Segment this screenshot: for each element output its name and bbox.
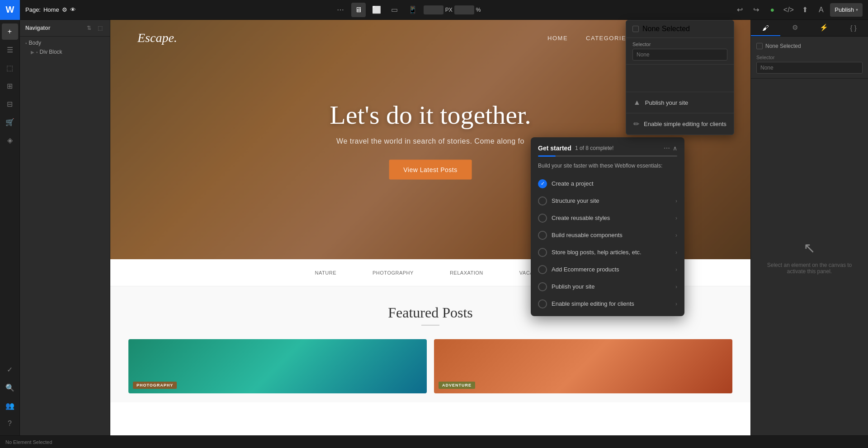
category-photography[interactable]: Photography [373, 270, 414, 275]
post-card-2[interactable]: ADVENTURE [434, 339, 732, 393]
page-name: Home [43, 6, 59, 13]
gs-description: Build your site faster with these Webflo… [531, 162, 684, 175]
hero-button[interactable]: View Latest Posts [389, 160, 472, 180]
sidebar-icon-search[interactable]: 🔍 [2, 379, 18, 396]
gs-item-4-arrow-icon: › [675, 249, 677, 256]
gs-title: Get started [538, 145, 571, 152]
seo-button[interactable]: A [814, 3, 828, 17]
category-relaxation[interactable]: Relaxation [450, 270, 483, 275]
element-checkbox[interactable] [756, 43, 763, 49]
publish-site-icon: ▲ [633, 98, 641, 107]
page-selector[interactable]: Page: Home ⚙ 👁 [20, 6, 81, 13]
post-card-1[interactable]: PHOTOGRAPHY [128, 339, 427, 393]
gs-collapse-button[interactable]: ∧ [673, 145, 677, 152]
share-button[interactable]: ⬆ [797, 3, 812, 17]
navigator-panel: Navigator ⇅ ⬚ ▪ Body ▶ ▪ Div Block [20, 20, 110, 435]
zoom-input[interactable]: 100 [454, 5, 474, 14]
publish-arrow-icon: ▾ [856, 7, 858, 12]
more-options-button[interactable]: ⋯ [333, 3, 348, 17]
gs-header: Get started 1 of 8 complete! ⋯ ∧ [531, 137, 684, 155]
gs-more-button[interactable]: ⋯ [664, 145, 670, 152]
tab-settings[interactable]: ⚙ [780, 20, 810, 36]
right-panel-tabs: 🖌 ⚙ ⚡ { } [751, 20, 868, 37]
tablet-landscape-device-button[interactable]: ⬜ [369, 3, 384, 17]
enable-editing-item[interactable]: ✏ Enable simple editing for clients [626, 113, 734, 135]
gs-item-7-arrow-icon: › [675, 301, 677, 307]
mobile-device-button[interactable]: 📱 [406, 3, 420, 17]
sidebar-icon-help[interactable]: ? [2, 415, 18, 432]
none-selected-checkbox[interactable] [632, 26, 639, 32]
post-badge-2: ADVENTURE [439, 382, 475, 389]
tablet-device-button[interactable]: ▭ [387, 3, 402, 17]
none-selected-label: None Selected [642, 25, 690, 33]
sidebar-icon-add[interactable]: + [2, 23, 18, 40]
nav-item-div-block[interactable]: ▶ ▪ Div Block [20, 47, 110, 56]
get-started-panel: Get started 1 of 8 complete! ⋯ ∧ Build y… [531, 137, 684, 316]
div-block-expand-icon: ▶ [31, 50, 34, 55]
gs-progress-label: 1 of 8 complete! [575, 145, 613, 151]
gs-item-6[interactable]: Publish your site › [531, 278, 684, 295]
gs-item-3[interactable]: Build reusable components › [531, 227, 684, 244]
sidebar-icon-cms[interactable]: ⊞ [2, 78, 18, 94]
gs-item-5-circle [538, 265, 547, 274]
gs-item-4[interactable]: Store blog posts, help articles, etc. › [531, 244, 684, 261]
selector-input-right[interactable] [756, 62, 863, 74]
tab-custom-code[interactable]: { } [839, 20, 868, 36]
nav-body-label: Body [29, 40, 41, 46]
undo-button[interactable]: ↩ [732, 3, 747, 17]
gs-item-5[interactable]: Add Ecommerce products › [531, 261, 684, 278]
sidebar-icon-components[interactable]: ◈ [2, 132, 18, 148]
category-nature[interactable]: Nature [315, 270, 336, 275]
publish-label: Publish [835, 6, 854, 13]
featured-divider [421, 325, 439, 326]
gs-item-6-arrow-icon: › [675, 284, 677, 290]
gs-item-6-circle [538, 282, 547, 291]
gs-item-7-label: Enable simple editing for clients [552, 300, 671, 307]
sidebar-icon-navigator[interactable]: ☰ [2, 42, 18, 58]
publish-site-label: Publish your site [645, 99, 688, 106]
posts-grid: PHOTOGRAPHY ADVENTURE [110, 339, 750, 393]
gs-item-3-circle [538, 231, 547, 240]
sidebar-icon-check[interactable]: ✓ [2, 361, 18, 378]
navigator-header: Navigator ⇅ ⬚ [20, 20, 110, 37]
publish-button[interactable]: Publish ▾ [830, 3, 863, 17]
gs-item-7[interactable]: Enable simple editing for clients › [531, 295, 684, 313]
navigator-settings-button[interactable]: ⬚ [95, 23, 104, 33]
navigator-title: Navigator [25, 25, 50, 31]
navigator-sort-button[interactable]: ⇅ [85, 23, 94, 33]
desktop-device-button[interactable]: 🖥 [351, 3, 366, 17]
gs-header-controls: ⋯ ∧ [664, 145, 677, 152]
tab-style[interactable]: 🖌 [751, 20, 780, 36]
webflow-logo[interactable]: W [0, 0, 20, 20]
selector-section: None Selected Selector [751, 37, 868, 79]
nav-home: HOME [547, 35, 568, 42]
code-button[interactable]: </> [781, 3, 796, 17]
gs-item-4-label: Store blog posts, help articles, etc. [552, 249, 671, 256]
bottom-status-bar: No Element Selected [0, 435, 868, 448]
sidebar-icon-pages[interactable]: ⬚ [2, 60, 18, 76]
selector-input[interactable] [632, 49, 727, 61]
width-input[interactable]: 1088 [424, 5, 443, 14]
sidebar-icon-ecommerce[interactable]: 🛒 [2, 114, 18, 130]
editing-icon: ✏ [633, 120, 639, 128]
gs-progress-bar [538, 155, 677, 157]
gs-item-2-circle [538, 214, 547, 223]
gs-item-0[interactable]: ✓ Create a project [531, 175, 684, 192]
sidebar-icon-team[interactable]: 👥 [2, 397, 18, 414]
publish-your-site-item[interactable]: ▲ Publish your site [626, 92, 734, 113]
gs-item-3-label: Build reusable components [552, 232, 671, 238]
redo-button[interactable]: ↪ [749, 3, 763, 17]
gs-item-2[interactable]: Create reusable styles › [531, 210, 684, 227]
gs-item-1[interactable]: Structure your site › [531, 192, 684, 210]
eye-icon[interactable]: 👁 [70, 6, 76, 13]
nav-item-body[interactable]: ▪ Body [20, 38, 110, 47]
sidebar-icon-assets[interactable]: ⊟ [2, 96, 18, 112]
gs-items-list: ✓ Create a project Structure your site ›… [531, 175, 684, 316]
status-button[interactable]: ● [765, 3, 779, 17]
top-bar-center: ⋯ 🖥 ⬜ ▭ 📱 1088 PX 100 % [81, 3, 733, 17]
page-settings-icon[interactable]: ⚙ [62, 6, 67, 13]
gs-item-2-label: Create reusable styles [552, 215, 671, 221]
tab-interactions[interactable]: ⚡ [810, 20, 839, 36]
gs-progress-fill [538, 155, 556, 157]
navigator-controls: ⇅ ⬚ [85, 23, 104, 33]
